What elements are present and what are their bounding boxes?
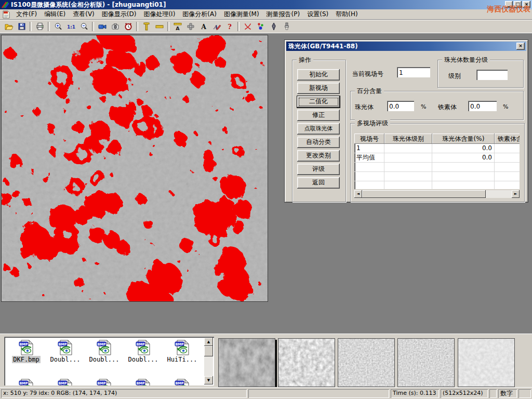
pearlite-percent-input[interactable] [387, 101, 414, 111]
ruler-icon[interactable] [153, 21, 166, 32]
file-name[interactable]: HuiTi... [166, 356, 198, 363]
text-annotation-icon[interactable]: A [197, 21, 210, 32]
change-class-button[interactable]: 更改类别 [297, 150, 340, 162]
thumbnail-2[interactable] [278, 338, 335, 387]
zoom-in-icon[interactable] [51, 21, 64, 32]
camera-capture-icon[interactable] [109, 21, 122, 32]
dialog-title: 珠光体(GB/T9441-88) [288, 42, 358, 51]
thumbnail-4[interactable] [397, 338, 455, 387]
file-item-partial[interactable] [7, 378, 45, 385]
file-item-partial[interactable] [163, 378, 201, 385]
file-item[interactable]: HuiTi... [163, 339, 201, 363]
timer-icon[interactable] [122, 21, 135, 32]
bmp-file-icon [135, 339, 152, 356]
new-field-button[interactable]: 新视场 [297, 83, 340, 94]
table-row[interactable]: 1 0.0 [354, 144, 520, 153]
status-mode: 数字 [498, 389, 517, 398]
level-input[interactable] [476, 70, 508, 80]
file-item-partial[interactable] [85, 378, 123, 385]
dialog-title-bar[interactable]: 珠光体(GB/T9441-88) [286, 42, 526, 51]
menu-image-display[interactable]: 图像显示(D) [98, 9, 140, 20]
file-item[interactable]: Doubl... [124, 339, 162, 363]
file-name[interactable]: DKF.bmp [12, 356, 41, 363]
file-item-partial[interactable] [46, 378, 84, 385]
pick-pearlite-button[interactable]: 点取珠光体 [297, 123, 340, 135]
menu-image-analysis[interactable]: 图像分析(A) [179, 9, 220, 20]
ferrite-percent-input[interactable] [468, 101, 497, 111]
video-capture-icon[interactable] [96, 21, 109, 32]
current-field-input[interactable] [397, 67, 430, 77]
menu-image-measure[interactable]: 图像测量(M) [220, 9, 263, 20]
menu-view[interactable]: 查看(V) [69, 9, 98, 20]
menu-help[interactable]: 帮助(H) [332, 9, 361, 20]
scroll-left-icon[interactable]: ◄ [354, 190, 362, 198]
menu-image-processing[interactable]: 图像处理(I) [140, 9, 179, 20]
print-icon[interactable] [33, 21, 46, 32]
grid-icon[interactable] [184, 21, 197, 32]
file-browser-vscrollbar[interactable]: ▲ ▼ [204, 338, 213, 384]
thumbnail-1[interactable] [218, 338, 275, 387]
workspace: 珠光体(GB/T9441-88) × 操作 初始化 新视场 二值化 修正 点取珠… [0, 33, 532, 334]
edit-annotation-icon[interactable]: A [210, 21, 223, 32]
menu-edit[interactable]: 编辑(E) [41, 9, 69, 20]
status-bar: x: 510 y: 79 idx: 0 RGB: (174, 174, 174)… [0, 387, 532, 399]
status-position: x: 510 y: 79 idx: 0 RGB: (174, 174, 174) [1, 389, 247, 398]
table-row-empty [354, 163, 520, 172]
status-empty-panel [489, 389, 497, 398]
grading-group: 珠光体数量分级 级别 [437, 60, 524, 88]
correct-button[interactable]: 修正 [297, 110, 340, 121]
table-row[interactable]: 平均值 0.0 [354, 153, 520, 163]
col-pearlite-content[interactable]: 珠光体含量(%) [432, 134, 495, 144]
file-name[interactable]: Doubl... [49, 356, 82, 363]
open-file-icon[interactable] [2, 21, 15, 32]
help-icon[interactable]: ? [223, 21, 236, 32]
menu-settings[interactable]: 设置(S) [303, 9, 332, 20]
menu-file[interactable]: 文件(F) [12, 9, 41, 20]
table-hscrollbar[interactable]: ◄ ► [354, 190, 520, 198]
scroll-right-icon[interactable]: ► [512, 190, 520, 198]
brush-tool-icon[interactable] [280, 21, 293, 32]
return-button[interactable]: 返回 [297, 177, 340, 189]
file-item[interactable]: Doubl... [46, 339, 84, 363]
pearlite-unit: % [421, 103, 426, 110]
scroll-down-icon[interactable]: ▼ [204, 376, 213, 384]
bmp-file-icon [18, 378, 35, 385]
scroll-up-icon[interactable]: ▲ [204, 338, 213, 346]
file-item-partial[interactable] [124, 378, 162, 385]
measure-text-icon[interactable]: A [171, 21, 184, 32]
pearlite-dialog: 珠光体(GB/T9441-88) × 操作 初始化 新视场 二值化 修正 点取珠… [284, 39, 528, 203]
toolbar-separator [167, 22, 169, 31]
multi-field-table[interactable]: 视场号 珠光体级别 珠光体含量(%) 铁素体含量(%) 1 0.0 平均值 0.… [354, 134, 520, 189]
auto-classify-button[interactable]: 自动分类 [297, 137, 340, 148]
status-time: Time (s): 0.113 [391, 389, 439, 398]
dialog-close-icon[interactable]: × [516, 43, 525, 50]
actual-size-icon[interactable]: 1:1 [64, 21, 77, 32]
col-pearlite-level[interactable]: 珠光体级别 [384, 134, 432, 144]
file-name[interactable]: Doubl... [88, 356, 121, 363]
level-label: 级别 [448, 72, 461, 81]
curve-tool-icon[interactable] [241, 21, 254, 32]
col-ferrite-content[interactable]: 铁素体含量(%) [495, 134, 520, 144]
svg-text:?: ? [228, 23, 232, 31]
file-item[interactable]: Doubl... [85, 339, 123, 363]
file-name[interactable]: Doubl... [127, 356, 159, 363]
binarize-button[interactable]: 二值化 [297, 96, 340, 108]
file-item[interactable]: DKF.bmp [7, 339, 45, 363]
thumbnail-5[interactable] [458, 338, 515, 387]
save-icon[interactable] [15, 21, 28, 32]
thumbnail-3[interactable] [338, 338, 395, 387]
scroll-thumb[interactable] [362, 190, 486, 198]
menu-measure-report[interactable]: 测量报告(P) [263, 9, 304, 20]
document-icon[interactable] [2, 10, 10, 19]
grade-button[interactable]: 评级 [297, 164, 340, 175]
file-browser[interactable]: DKF.bmp Doubl... Doubl... Doubl... HuiTi… [4, 337, 214, 385]
zoom-out-icon[interactable] [77, 21, 90, 32]
scroll-thumb[interactable] [204, 346, 213, 356]
bottom-panel: DKF.bmp Doubl... Doubl... Doubl... HuiTi… [0, 334, 532, 387]
classify-points-icon[interactable] [254, 21, 267, 32]
col-field-no[interactable]: 视场号 [354, 134, 384, 144]
init-button[interactable]: 初始化 [297, 69, 340, 81]
pen-tool-icon[interactable] [267, 21, 280, 32]
caliper-icon[interactable] [140, 21, 153, 32]
micrograph-image[interactable] [1, 35, 268, 302]
